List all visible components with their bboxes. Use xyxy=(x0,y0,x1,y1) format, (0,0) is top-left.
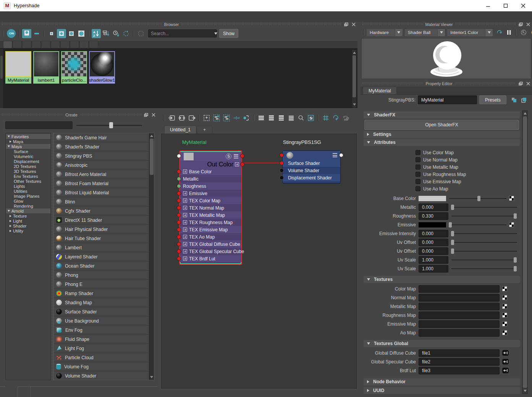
show-input-connections-icon[interactable] xyxy=(167,113,176,123)
attribute-input-port[interactable] xyxy=(177,198,181,203)
attribute-checkbox[interactable] xyxy=(416,150,420,155)
property-editor-tab[interactable]: MyMaterial xyxy=(363,87,397,94)
swatch-size-xlarge-button[interactable] xyxy=(77,29,86,38)
shader-list-item[interactable]: Anisotropic xyxy=(54,161,154,170)
expand-plug-icon[interactable] xyxy=(183,198,187,203)
material-node-attribute-row[interactable]: Emissive xyxy=(180,190,241,197)
shader-list-item[interactable]: Shaderfx Shader xyxy=(54,142,154,152)
shader-list-item[interactable]: DirectX 11 Shader xyxy=(54,216,154,225)
tree-expand-icon[interactable] xyxy=(8,145,10,147)
browser-tab[interactable] xyxy=(32,41,41,48)
create-tree-item[interactable]: 3D Textures xyxy=(6,169,51,174)
sort-by-type-button[interactable] xyxy=(102,29,111,38)
texture-path-field[interactable] xyxy=(419,311,500,319)
shader-list-item[interactable]: Phong E xyxy=(54,280,154,289)
bottom-tab[interactable] xyxy=(5,386,18,397)
create-tree-item[interactable]: Env Textures xyxy=(6,174,51,179)
shader-list-item[interactable]: Shaderfx Game Hair xyxy=(54,133,154,142)
section-attributes[interactable]: Attributes xyxy=(364,139,520,146)
undock-panel-icon[interactable] xyxy=(518,22,523,27)
swatch-render-on-button[interactable]: ON xyxy=(7,29,16,38)
map-texture-button[interactable] xyxy=(502,286,507,291)
create-tree-item[interactable]: Shader xyxy=(6,223,51,228)
expand-plug-icon[interactable] xyxy=(183,206,187,210)
shader-list-item[interactable]: Env Fog xyxy=(54,326,154,335)
param-value-field[interactable] xyxy=(419,239,448,246)
shader-list-item[interactable]: Volume Fog xyxy=(54,362,154,371)
menu-item[interactable] xyxy=(34,15,41,18)
shader-list-item[interactable]: Ocean Shader xyxy=(54,261,154,271)
attribute-input-port[interactable] xyxy=(177,228,181,232)
create-panel-header[interactable]: Create xyxy=(0,112,157,118)
material-swatch-preview[interactable] xyxy=(5,51,31,77)
menu-item[interactable] xyxy=(3,15,11,18)
attribute-input-port[interactable] xyxy=(177,249,181,253)
expand-plug-icon[interactable] xyxy=(235,162,239,166)
shader-list-item[interactable]: Surface Shader xyxy=(54,307,154,316)
close-panel-icon[interactable] xyxy=(526,81,530,86)
close-panel-icon[interactable] xyxy=(351,22,356,27)
close-panel-icon[interactable] xyxy=(151,113,156,117)
shader-list-item[interactable]: Lambert xyxy=(54,243,154,252)
material-swatch-preview[interactable] xyxy=(89,51,115,77)
out-color-port[interactable] xyxy=(240,162,244,166)
param-value-field[interactable] xyxy=(419,203,448,211)
attribute-input-port[interactable] xyxy=(177,257,181,261)
pin-selection-button[interactable] xyxy=(136,29,146,38)
shader-list-item[interactable]: Particle Cloud xyxy=(54,353,154,362)
create-tree-item[interactable]: Utilities xyxy=(6,189,51,194)
menu-item[interactable] xyxy=(11,15,18,18)
node-input-port[interactable] xyxy=(280,153,284,157)
icons-and-names-view-button[interactable] xyxy=(22,29,31,38)
map-texture-button[interactable] xyxy=(509,196,514,201)
param-value-field[interactable] xyxy=(419,256,448,264)
copy-tab-icon[interactable] xyxy=(519,95,529,105)
remove-selected-from-graph-icon[interactable] xyxy=(222,113,231,123)
tree-expand-icon[interactable] xyxy=(10,140,11,143)
param-slider[interactable] xyxy=(451,257,517,263)
clear-graph-icon[interactable] xyxy=(202,113,211,123)
shader-list-item[interactable]: Shading Map xyxy=(54,298,154,307)
section-node-behavior[interactable]: Node Behavior xyxy=(364,378,520,385)
attribute-input-port[interactable] xyxy=(177,177,181,181)
material-swatch[interactable]: MyMaterial xyxy=(5,51,31,84)
attribute-input-port[interactable] xyxy=(177,206,181,210)
create-tree-item[interactable]: Lights xyxy=(6,184,51,189)
sort-by-name-button[interactable]: AZ xyxy=(92,29,101,38)
param-slider[interactable] xyxy=(451,239,517,245)
swatch-size-small-button[interactable] xyxy=(47,29,56,38)
material-node-attribute-row[interactable]: Metallic xyxy=(180,175,241,182)
node-input-port[interactable] xyxy=(177,154,181,158)
material-node-attribute-row[interactable]: TEX Metallic Map xyxy=(180,211,241,219)
node-display-full-icon[interactable] xyxy=(277,113,286,123)
map-texture-button[interactable] xyxy=(502,313,507,318)
show-output-connections-icon[interactable] xyxy=(187,113,196,123)
texture-path-field[interactable] xyxy=(419,285,500,293)
show-swatch-toggle-icon[interactable] xyxy=(509,95,519,105)
tree-expand-icon[interactable] xyxy=(10,220,11,222)
shader-list-item[interactable]: Light Fog xyxy=(54,344,154,353)
map-texture-button[interactable] xyxy=(502,330,507,335)
sg-node-attribute-row[interactable]: Surface Shader xyxy=(283,160,340,167)
create-tree-item[interactable]: Maya xyxy=(6,144,50,149)
shader-list-item[interactable]: Volume Shader xyxy=(54,371,154,380)
menu-item[interactable] xyxy=(26,15,34,18)
param-slider[interactable] xyxy=(451,248,517,254)
material-node-attribute-row[interactable]: TEX Color Map xyxy=(180,197,241,204)
material-viewer-header[interactable]: Material Viewer xyxy=(361,21,532,27)
material-node-attribute-row[interactable]: TEX Normal Map xyxy=(180,204,241,211)
shader-list-item[interactable]: Ramp Shader xyxy=(54,289,154,298)
shader-list-item[interactable]: Hair Physical Shader xyxy=(54,225,154,234)
param-slider[interactable] xyxy=(451,204,517,210)
menu-item[interactable] xyxy=(18,15,26,18)
param-value-field[interactable] xyxy=(419,230,448,237)
expand-plug-icon[interactable] xyxy=(183,169,187,174)
shading-group-node[interactable]: Surface Shader Volume Shader Displacemen… xyxy=(282,150,341,184)
param-value-field[interactable] xyxy=(419,212,448,220)
attribute-input-port[interactable] xyxy=(177,191,181,195)
connection-outcolor-to-surfaceshader[interactable] xyxy=(243,163,285,163)
texture-path-field[interactable] xyxy=(419,303,500,310)
param-value-field[interactable] xyxy=(419,247,448,255)
material-node-attribute-row[interactable]: TEX Brdf Lut xyxy=(180,255,241,262)
attribute-checkbox[interactable] xyxy=(416,165,420,169)
